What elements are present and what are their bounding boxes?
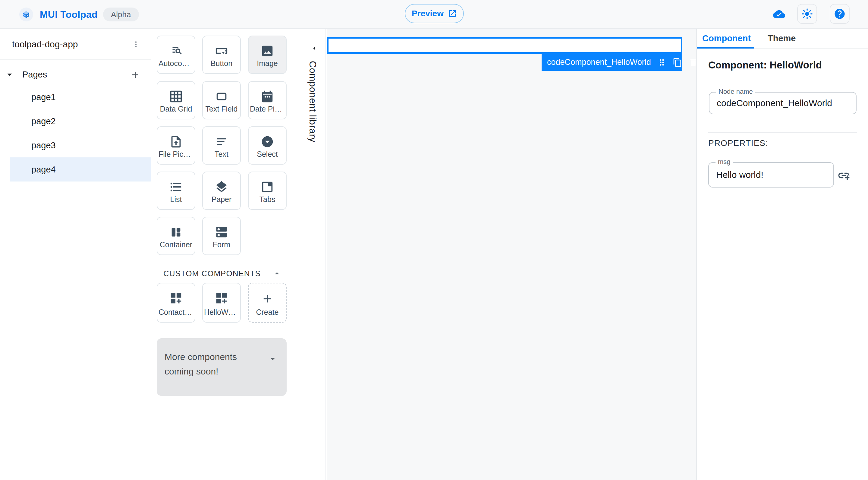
add-page-button[interactable] <box>127 67 144 83</box>
pages-tree-header[interactable]: Pages <box>0 65 151 84</box>
tab-theme[interactable]: Theme <box>768 33 796 43</box>
chevron-down-icon <box>267 353 278 364</box>
alpha-badge: Alpha <box>103 7 139 22</box>
sidebar-page-item-page3[interactable]: page3 <box>0 133 151 157</box>
left-sidebar: toolpad-dog-app Pages page1page2page3pag… <box>0 29 151 480</box>
custom-component-label: ContactSta… <box>158 308 193 317</box>
app-header: MUI Toolpad Alpha Preview <box>0 0 868 29</box>
app-menu-button[interactable] <box>128 36 144 52</box>
layers-icon <box>215 180 228 194</box>
plus-icon <box>130 70 141 80</box>
dashboard-customize-icon <box>169 291 183 305</box>
component-card-label: Date Picker <box>250 104 285 113</box>
chevron-down-icon[interactable] <box>4 69 15 80</box>
selection-toolbar: codeComponent_HelloWorld <box>541 54 682 71</box>
cloud-done-icon <box>772 8 786 20</box>
page-item-label: page2 <box>31 116 56 126</box>
component-card-data-grid[interactable]: Data Grid <box>157 81 195 119</box>
create-card-label: Create <box>250 308 285 317</box>
inspector-panel: Component Theme Component: HelloWorld No… <box>696 29 868 480</box>
component-card-label: Text <box>204 150 239 158</box>
smart-button-icon <box>215 44 228 58</box>
component-card-select[interactable]: Select <box>248 126 287 164</box>
tab-component[interactable]: Component <box>702 33 751 43</box>
add-link-icon[interactable] <box>837 169 850 182</box>
app-row: toolpad-dog-app <box>0 29 151 59</box>
component-card-tabs[interactable]: Tabs <box>248 172 287 210</box>
select-icon <box>260 135 274 149</box>
component-card-label: Text Field <box>204 104 239 113</box>
custom-component-card-1[interactable]: HelloWorld <box>202 283 241 323</box>
canvas[interactable]: codeComponent_HelloWorld <box>327 29 696 480</box>
component-card-paper[interactable]: Paper <box>202 172 241 210</box>
node-name-value[interactable]: codeComponent_HelloWorld <box>717 98 832 108</box>
app-title: MUI Toolpad <box>40 9 98 20</box>
component-card-container[interactable]: Container <box>157 217 195 255</box>
msg-field[interactable]: msg Hello world! <box>708 162 834 187</box>
component-card-label: Data Grid <box>158 104 193 113</box>
inspector-tabs: Component Theme <box>697 29 868 49</box>
component-card-list[interactable]: List <box>157 172 195 210</box>
list-icon <box>169 180 183 194</box>
component-card-image[interactable]: Image <box>248 36 287 74</box>
toolpad-logo <box>19 7 33 22</box>
collapse-panel-icon[interactable] <box>310 44 319 53</box>
more-components-accordion[interactable]: More components coming soon! <box>157 338 287 396</box>
msg-value[interactable]: Hello world! <box>716 170 764 180</box>
preview-button-label: Preview <box>412 9 444 19</box>
properties-heading: PROPERTIES: <box>708 139 768 148</box>
custom-component-label: HelloWorld <box>204 308 239 317</box>
pages-list: page1page2page3page4 <box>0 85 151 181</box>
component-heading: Component: HelloWorld <box>708 59 822 71</box>
create-component-card[interactable]: Create <box>248 283 287 323</box>
component-library-panel: AutocompleteButtonImageData GridText Fie… <box>151 29 326 480</box>
container-icon <box>169 225 183 239</box>
component-card-label: Form <box>204 240 239 249</box>
mui-toolpad-window: MUI Toolpad Alpha Preview <box>0 0 868 480</box>
sidebar-page-item-page1[interactable]: page1 <box>0 85 151 109</box>
sidebar-page-item-page4[interactable]: page4 <box>10 157 151 181</box>
tab-icon <box>260 180 274 194</box>
component-card-button[interactable]: Button <box>202 36 241 74</box>
custom-components-heading: CUSTOM COMPONENTS <box>163 269 261 278</box>
custom-component-card-0[interactable]: ContactSta… <box>157 283 195 323</box>
component-card-text-field[interactable]: Text Field <box>202 81 241 119</box>
image-icon <box>260 44 274 58</box>
dashboard-customize-icon <box>215 291 228 305</box>
component-card-label: Paper <box>204 195 239 204</box>
app-name: toolpad-dog-app <box>12 39 78 50</box>
manage-search-icon <box>169 44 183 58</box>
duplicate-icon[interactable] <box>673 58 682 67</box>
inspector-divider <box>708 132 857 133</box>
collapse-up-icon[interactable] <box>272 268 282 278</box>
help-icon <box>834 8 846 20</box>
selection-label: codeComponent_HelloWorld <box>547 58 651 67</box>
component-card-form[interactable]: Form <box>202 217 241 255</box>
component-card-text[interactable]: Text <box>202 126 241 164</box>
form-icon <box>215 225 228 239</box>
component-card-label: Button <box>204 59 239 68</box>
node-name-field[interactable]: Node name codeComponent_HelloWorld <box>709 92 857 114</box>
component-card-autocomplete[interactable]: Autocomplete <box>157 36 195 74</box>
help-button[interactable] <box>830 4 849 24</box>
msg-label: msg <box>715 158 733 166</box>
component-card-label: Image <box>250 59 285 68</box>
component-card-label: Select <box>250 150 285 158</box>
active-tab-indicator <box>697 47 754 49</box>
component-card-label: File Picker <box>158 150 193 158</box>
drag-indicator-icon[interactable] <box>657 58 667 67</box>
component-card-label: Container <box>158 240 193 249</box>
date-picker-icon <box>260 90 274 103</box>
preview-button[interactable]: Preview <box>405 4 464 23</box>
sidebar-page-item-page2[interactable]: page2 <box>0 109 151 133</box>
more-components-text: More components coming soon! <box>164 350 269 379</box>
pages-label: Pages <box>22 70 47 80</box>
component-card-file-picker[interactable]: File Picker <box>157 126 195 164</box>
toolpad-logo-icon <box>22 10 31 19</box>
more-vert-icon <box>131 40 141 49</box>
component-card-date-picker[interactable]: Date Picker <box>248 81 287 119</box>
component-card-label: Autocomplete <box>158 59 193 68</box>
data-grid-icon <box>169 90 183 103</box>
theme-toggle-button[interactable] <box>797 4 817 24</box>
selected-component-outline[interactable] <box>327 37 682 54</box>
